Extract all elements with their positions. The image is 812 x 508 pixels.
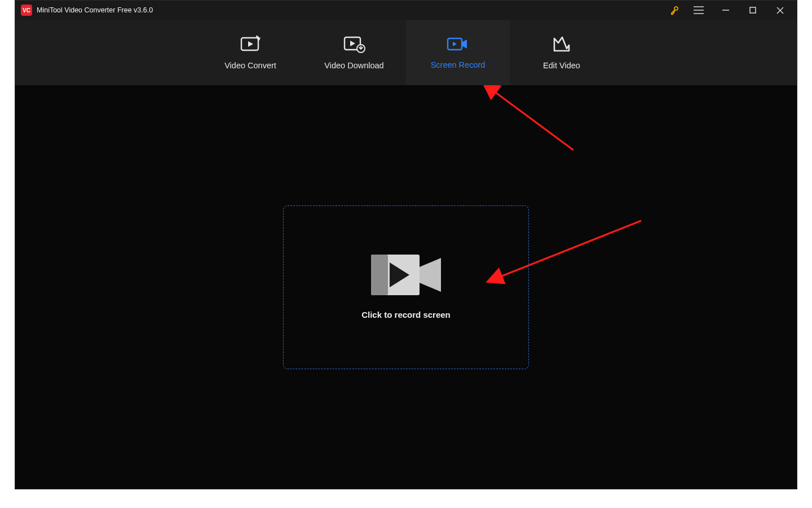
title-bar: VC MiniTool Video Converter Free v3.6.0 (15, 1, 797, 20)
camera-icon (371, 255, 441, 295)
main-area: Click to record screen (15, 85, 797, 489)
edit-video-icon (552, 35, 571, 53)
record-icon (447, 36, 469, 52)
tab-screen-record[interactable]: Screen Record (406, 20, 510, 85)
tab-video-convert[interactable]: Video Convert (198, 20, 302, 85)
app-logo-icon: VC (21, 5, 32, 16)
svg-rect-5 (750, 7, 756, 13)
tab-video-download[interactable]: Video Download (302, 20, 406, 85)
window-controls (665, 2, 792, 19)
tab-bar: Video Convert Video Download Screen Reco… (15, 20, 797, 85)
activate-key-icon[interactable] (665, 2, 684, 19)
tab-label: Video Convert (224, 61, 276, 70)
tab-label: Video Download (324, 61, 383, 70)
tab-label: Screen Record (431, 60, 486, 69)
record-prompt: Click to record screen (361, 310, 451, 319)
hamburger-menu-icon[interactable] (686, 2, 711, 19)
maximize-button[interactable] (740, 2, 765, 19)
brand-area: VC MiniTool Video Converter Free v3.6.0 (21, 5, 153, 16)
tab-edit-video[interactable]: Edit Video (510, 20, 614, 85)
svg-rect-16 (371, 255, 388, 295)
record-screen-button[interactable]: Click to record screen (283, 205, 529, 369)
annotation-arrow-icon (478, 85, 590, 159)
svg-marker-14 (453, 42, 457, 46)
tab-label: Edit Video (543, 61, 580, 70)
svg-line-20 (493, 91, 573, 150)
close-button[interactable] (767, 2, 792, 19)
svg-marker-9 (248, 41, 253, 47)
convert-icon (240, 35, 261, 53)
minimize-button[interactable] (713, 2, 738, 19)
app-window: VC MiniTool Video Converter Free v3.6.0 (15, 0, 797, 489)
download-icon (343, 35, 365, 53)
app-title: MiniTool Video Converter Free v3.6.0 (37, 6, 153, 14)
svg-marker-17 (420, 258, 441, 292)
svg-marker-11 (350, 41, 355, 46)
